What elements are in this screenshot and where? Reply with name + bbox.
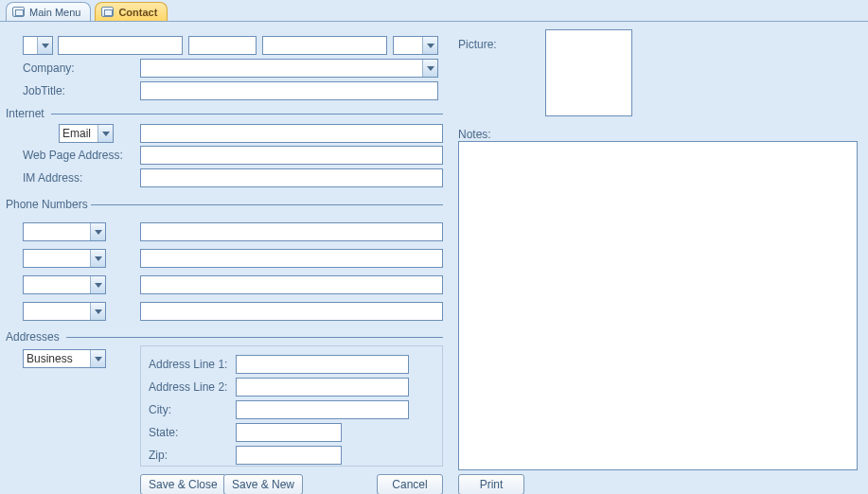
- phone3-type-select[interactable]: [23, 275, 106, 294]
- phone2-type-input[interactable]: [24, 250, 90, 267]
- form-icon: [12, 7, 25, 17]
- addresses-divider: [66, 337, 443, 338]
- addr-line1-label: Address Line 1:: [149, 358, 227, 371]
- name-suffix-input[interactable]: [394, 37, 422, 54]
- addresses-section-label: Addresses: [6, 330, 60, 344]
- phone2-type-select[interactable]: [23, 249, 106, 268]
- button-label: Print: [480, 478, 504, 491]
- print-button[interactable]: Print: [458, 474, 524, 494]
- phone4-type-select[interactable]: [23, 302, 106, 321]
- notes-textarea[interactable]: [458, 141, 858, 470]
- internet-divider: [51, 114, 443, 115]
- phone-section-label: Phone Numbers: [6, 198, 88, 211]
- address-type-select[interactable]: [23, 349, 106, 368]
- webpage-label: Web Page Address:: [23, 149, 123, 162]
- button-label: Save & Close: [149, 478, 218, 491]
- chevron-down-icon[interactable]: [422, 37, 437, 54]
- addr-city-label: City:: [149, 403, 171, 416]
- addr-line2-label: Address Line 2:: [149, 380, 227, 394]
- chevron-down-icon[interactable]: [90, 350, 105, 367]
- im-label: IM Address:: [23, 171, 82, 185]
- tab-bar: Main Menu Contact: [0, 0, 868, 21]
- tab-main-menu[interactable]: Main Menu: [6, 2, 91, 21]
- company-select[interactable]: [140, 59, 438, 78]
- notes-label: Notes:: [458, 128, 491, 141]
- tab-label: Main Menu: [29, 7, 80, 18]
- addr-state-label: State:: [149, 426, 178, 439]
- addr-line1-input[interactable]: [236, 355, 409, 374]
- last-name-input[interactable]: [262, 36, 387, 55]
- phone4-type-input[interactable]: [24, 303, 90, 320]
- phone4-input[interactable]: [140, 302, 443, 321]
- tab-contact[interactable]: Contact: [95, 2, 168, 21]
- addr-zip-input[interactable]: [236, 446, 342, 465]
- phone2-input[interactable]: [140, 249, 443, 268]
- addr-city-input[interactable]: [236, 400, 409, 419]
- form-icon: [101, 7, 114, 17]
- first-name-input[interactable]: [58, 36, 183, 55]
- addr-zip-label: Zip:: [149, 449, 168, 462]
- jobtitle-input[interactable]: [140, 81, 438, 100]
- im-input[interactable]: [140, 168, 443, 187]
- addr-state-input[interactable]: [236, 423, 342, 442]
- chevron-down-icon[interactable]: [97, 125, 113, 142]
- email-type-input[interactable]: [60, 125, 97, 142]
- name-suffix-select[interactable]: [393, 36, 438, 55]
- form-canvas: Company: JobTitle: Picture: Internet Web…: [0, 21, 868, 494]
- name-prefix-select[interactable]: [23, 36, 53, 55]
- picture-label: Picture:: [458, 38, 497, 51]
- button-label: Save & New: [232, 478, 294, 491]
- chevron-down-icon[interactable]: [90, 303, 105, 320]
- company-label: Company:: [23, 62, 75, 75]
- phone3-type-input[interactable]: [24, 276, 90, 293]
- name-prefix-input[interactable]: [24, 37, 37, 54]
- internet-section-label: Internet: [6, 107, 44, 120]
- chevron-down-icon[interactable]: [90, 276, 105, 293]
- cancel-button[interactable]: Cancel: [377, 474, 443, 494]
- button-label: Cancel: [392, 478, 427, 491]
- chevron-down-icon[interactable]: [37, 37, 52, 54]
- jobtitle-label: JobTitle:: [23, 84, 65, 97]
- save-close-button[interactable]: Save & Close: [140, 474, 226, 494]
- middle-name-input[interactable]: [188, 36, 257, 55]
- address-panel: Address Line 1: Address Line 2: City: St…: [140, 345, 443, 467]
- chevron-down-icon[interactable]: [90, 223, 105, 240]
- address-type-input[interactable]: [24, 350, 90, 367]
- email-type-select[interactable]: [59, 124, 114, 143]
- addr-line2-input[interactable]: [236, 378, 409, 397]
- phone-divider: [91, 204, 443, 205]
- webpage-input[interactable]: [140, 146, 443, 165]
- tab-label: Contact: [118, 7, 157, 18]
- phone3-input[interactable]: [140, 275, 443, 294]
- chevron-down-icon[interactable]: [422, 60, 437, 77]
- company-input[interactable]: [141, 60, 422, 77]
- phone1-type-select[interactable]: [23, 222, 106, 241]
- phone1-input[interactable]: [140, 222, 443, 241]
- save-new-button[interactable]: Save & New: [223, 474, 303, 494]
- picture-box[interactable]: [545, 29, 632, 116]
- chevron-down-icon[interactable]: [90, 250, 105, 267]
- email-input[interactable]: [140, 124, 443, 143]
- phone1-type-input[interactable]: [24, 223, 90, 240]
